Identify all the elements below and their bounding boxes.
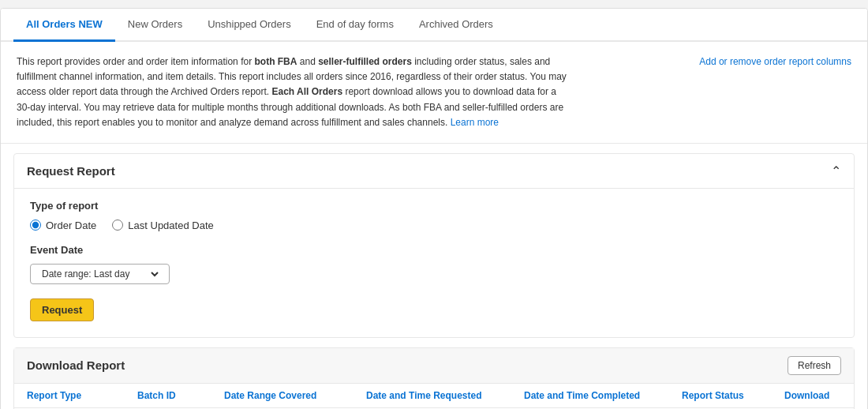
radio-group: Order Date Last Updated Date [30, 220, 838, 231]
radio-last-updated-date-label: Last Updated Date [128, 220, 213, 231]
tab-end-of-day-forms[interactable]: End of day forms [304, 9, 406, 42]
page-wrapper: All Orders NEW New Orders Unshipped Orde… [0, 8, 868, 409]
download-report-header: Download Report Refresh [14, 348, 854, 384]
col-report-type: Report Type [27, 390, 137, 401]
col-download: Download [784, 390, 863, 401]
request-report-section: Request Report ⌃ Type of report Order Da… [13, 153, 855, 338]
date-range-dropdown[interactable]: Date range: Last day Date range: Last 7 … [39, 268, 161, 280]
tab-archived-orders[interactable]: Archived Orders [406, 9, 506, 42]
col-report-status: Report Status [682, 390, 784, 401]
tab-unshipped-orders[interactable]: Unshipped Orders [195, 9, 304, 42]
col-batch-id: Batch ID [137, 390, 224, 401]
info-section: This report provides order and order ite… [1, 42, 867, 144]
chevron-up-icon: ⌃ [831, 163, 841, 178]
download-report-section: Download Report Refresh Report Type Batc… [13, 347, 855, 409]
radio-option-last-updated-date[interactable]: Last Updated Date [112, 220, 213, 231]
refresh-button[interactable]: Refresh [788, 356, 841, 375]
request-button[interactable]: Request [30, 298, 94, 321]
radio-last-updated-date[interactable] [112, 220, 123, 231]
date-range-select[interactable]: Date range: Last day Date range: Last 7 … [30, 264, 170, 284]
download-report-title: Download Report [27, 358, 125, 372]
col-date-range-covered: Date Range Covered [224, 390, 366, 401]
tab-all-orders[interactable]: All Orders NEW [13, 9, 115, 42]
col-date-time-completed: Date and Time Completed [524, 390, 682, 401]
add-remove-columns-link[interactable]: Add or remove order report columns [699, 56, 851, 67]
col-date-time-requested: Date and Time Requested [366, 390, 524, 401]
info-text: This report provides order and order ite… [17, 54, 569, 130]
learn-more-link[interactable]: Learn more [451, 117, 499, 128]
type-of-report-label: Type of report [30, 200, 838, 212]
radio-order-date-label: Order Date [46, 220, 96, 231]
request-report-body: Type of report Order Date Last Updated D… [14, 188, 854, 337]
table-header: Report Type Batch ID Date Range Covered … [14, 384, 854, 408]
radio-order-date[interactable] [30, 220, 41, 231]
tab-new-orders[interactable]: New Orders [115, 9, 195, 42]
event-date-label: Event Date [30, 244, 838, 256]
tabs-bar: All Orders NEW New Orders Unshipped Orde… [1, 9, 867, 42]
radio-option-order-date[interactable]: Order Date [30, 220, 96, 231]
request-report-header[interactable]: Request Report ⌃ [14, 154, 854, 188]
request-report-title: Request Report [27, 164, 115, 178]
